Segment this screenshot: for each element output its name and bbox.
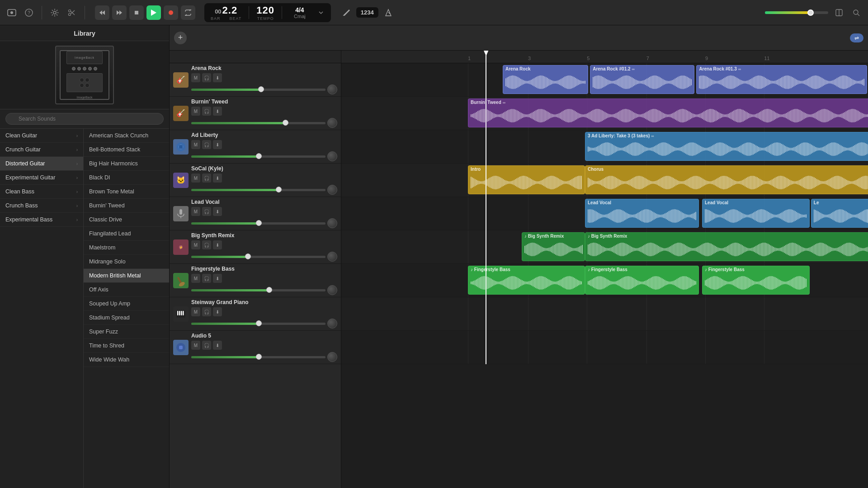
panel-icon[interactable] (833, 6, 845, 19)
lib-category-crunch-guitar[interactable]: Crunch Guitar› (0, 143, 83, 157)
fader-knob-ad-liberty[interactable] (256, 153, 262, 159)
lib-category-clean-guitar[interactable]: Clean Guitar› (0, 129, 83, 143)
fader-knob-burnin-tweed[interactable] (283, 120, 288, 126)
clip-burnin-tweed-0[interactable]: Burnin' Tweed∞ (468, 99, 868, 127)
download-button-burnin-tweed[interactable]: ⬇ (213, 107, 222, 116)
lib-category-crunch-bass[interactable]: Crunch Bass› (0, 199, 83, 213)
lib-preset-burnin-tweed[interactable]: Burnin' Tweed (84, 199, 169, 213)
fader-track-socal[interactable] (191, 189, 326, 191)
fader-track-ad-liberty[interactable] (191, 155, 326, 158)
clip-big-synth-1[interactable]: ♪ Big Synth Remix (585, 232, 868, 261)
fader-knob-fingerstyle-bass[interactable] (266, 287, 272, 293)
timeline-row-lead-vocal[interactable]: Lead VocalLead VocalLe (341, 197, 868, 230)
lib-preset-time-to-shred[interactable]: Time to Shred (84, 339, 169, 353)
fader-track-big-synth[interactable] (191, 256, 326, 258)
fast-forward-button[interactable] (112, 5, 127, 20)
timeline-row-audio5[interactable] (341, 331, 868, 364)
clip-fingerstyle-bass-1[interactable]: ♪ Fingerstyle Bass (585, 266, 699, 295)
lib-preset-modern-british-metal[interactable]: Modern British Metal (84, 269, 169, 283)
mute-button-lead-vocal[interactable]: M (191, 207, 200, 216)
record-button[interactable] (164, 5, 178, 20)
headphones-button-ad-liberty[interactable]: 🎧 (202, 140, 211, 149)
clip-lead-vocal-1[interactable]: Lead Vocal (702, 199, 810, 228)
lib-preset-stadium-spread[interactable]: Stadium Spread (84, 311, 169, 325)
metronome-icon[interactable] (382, 6, 395, 19)
fader-track-lead-vocal[interactable] (191, 222, 326, 225)
lib-preset-maelstrom[interactable]: Maelstrom (84, 241, 169, 255)
amp-knob-2[interactable] (77, 67, 81, 70)
clip-big-synth-0[interactable]: ♪ Big Synth Remix (522, 232, 585, 261)
lib-preset-american-stack-crunch[interactable]: American Stack Crunch (84, 129, 169, 143)
download-button-big-synth[interactable]: ⬇ (213, 240, 222, 249)
volume-knob-arena-rock[interactable] (327, 84, 337, 94)
stop-button[interactable] (129, 5, 144, 20)
loop-button[interactable] (181, 5, 195, 20)
volume-knob-big-synth[interactable] (327, 252, 337, 262)
fader-knob-arena-rock[interactable] (258, 86, 264, 92)
scissors-icon[interactable] (66, 6, 78, 19)
lib-preset-bell-bottomed-stack[interactable]: Bell-Bottomed Stack (84, 143, 169, 157)
headphones-button-arena-rock[interactable]: 🎧 (202, 73, 211, 82)
fader-track-burnin-tweed[interactable] (191, 122, 326, 124)
volume-knob-burnin-tweed[interactable] (327, 118, 337, 128)
help-button[interactable]: ? (23, 6, 35, 19)
download-button-steinway[interactable]: ⬇ (213, 307, 222, 316)
lib-preset-brown-tone-metal[interactable]: Brown Tone Metal (84, 185, 169, 199)
timeline-row-socal[interactable]: IntroChorus (341, 164, 868, 197)
smart-controls-button[interactable]: ⇌ (850, 33, 863, 42)
lib-preset-flangilated-lead[interactable]: Flangilated Lead (84, 227, 169, 241)
fader-track-arena-rock[interactable] (191, 89, 326, 91)
mute-button-socal[interactable]: M (191, 174, 200, 183)
download-button-ad-liberty[interactable]: ⬇ (213, 140, 222, 149)
fader-knob-audio5[interactable] (256, 354, 262, 360)
timeline-row-steinway[interactable] (341, 297, 868, 331)
settings-icon[interactable] (48, 6, 61, 19)
amp-knob-4[interactable] (88, 67, 92, 70)
fader-track-steinway[interactable] (191, 323, 326, 325)
lib-category-experimental-guitar[interactable]: Experimental Guitar› (0, 171, 83, 185)
search-input[interactable] (5, 113, 164, 125)
add-track-button[interactable]: + (174, 32, 187, 44)
download-button-socal[interactable]: ⬇ (213, 174, 222, 183)
amp-knob-3[interactable] (83, 67, 86, 70)
lib-preset-classic-drive[interactable]: Classic Drive (84, 213, 169, 227)
headphones-button-big-synth[interactable]: 🎧 (202, 240, 211, 249)
clip-fingerstyle-bass-0[interactable]: ♪ Fingerstyle Bass (468, 266, 585, 295)
amp-knob-1[interactable] (72, 67, 75, 70)
clip-lead-vocal-0[interactable]: Lead Vocal (585, 199, 699, 228)
app-icon-button[interactable] (5, 6, 18, 19)
mute-button-ad-liberty[interactable]: M (191, 140, 200, 149)
mute-button-fingerstyle-bass[interactable]: M (191, 274, 200, 283)
pen-tool-icon[interactable] (340, 6, 353, 19)
lib-preset-wide-wide-wah[interactable]: Wide Wide Wah (84, 353, 169, 367)
fader-knob-socal[interactable] (276, 187, 282, 192)
clip-ad-liberty-0[interactable]: 3 Ad Liberty: Take 3 (3 takes)∞ (585, 132, 868, 161)
fader-track-audio5[interactable] (191, 356, 326, 358)
headphones-button-socal[interactable]: 🎧 (202, 174, 211, 183)
clip-socal-1[interactable]: Chorus (585, 165, 868, 194)
volume-knob-audio5[interactable] (327, 352, 337, 362)
play-button[interactable] (146, 5, 161, 20)
clip-arena-rock-1[interactable]: Arena Rock #01.2∞ (590, 65, 694, 94)
timeline-row-burnin-tweed[interactable]: Burnin' Tweed∞ (341, 97, 868, 130)
headphones-button-lead-vocal[interactable]: 🎧 (202, 207, 211, 216)
download-button-lead-vocal[interactable]: ⬇ (213, 207, 222, 216)
headphones-button-burnin-tweed[interactable]: 🎧 (202, 107, 211, 116)
lib-preset-souped-up-amp[interactable]: Souped Up Amp (84, 297, 169, 311)
clip-arena-rock-0[interactable]: Arena Rock (503, 65, 588, 94)
download-button-arena-rock[interactable]: ⬇ (213, 73, 222, 82)
time-signature-block[interactable]: 4/4 Cmaj (289, 5, 310, 20)
headphones-button-fingerstyle-bass[interactable]: 🎧 (202, 274, 211, 283)
headphones-button-audio5[interactable]: 🎧 (202, 341, 211, 350)
master-volume[interactable] (765, 11, 828, 14)
clip-arena-rock-2[interactable]: Arena Rock #01.3∞ (696, 65, 867, 94)
download-button-fingerstyle-bass[interactable]: ⬇ (213, 274, 222, 283)
fader-track-fingerstyle-bass[interactable] (191, 289, 326, 291)
lib-category-clean-bass[interactable]: Clean Bass› (0, 185, 83, 199)
timeline-row-big-synth[interactable]: ♪ Big Synth Remix♪ Big Synth Remix (341, 230, 868, 264)
volume-knob-socal[interactable] (327, 185, 337, 195)
fader-knob-lead-vocal[interactable] (256, 220, 262, 226)
clip-fingerstyle-bass-2[interactable]: ♪ Fingerstyle Bass (702, 266, 810, 295)
volume-knob-fingerstyle-bass[interactable] (327, 285, 337, 295)
clip-socal-0[interactable]: Intro (468, 165, 585, 194)
